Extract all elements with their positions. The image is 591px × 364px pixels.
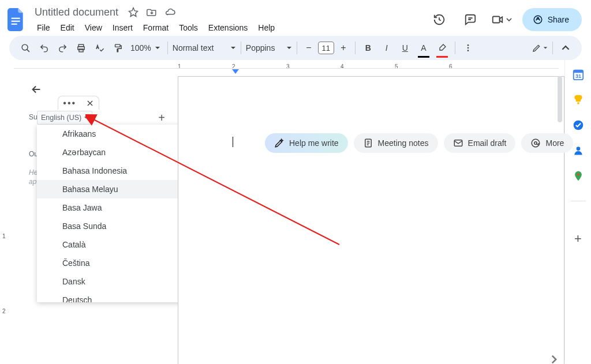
- chip-label: More: [545, 138, 564, 148]
- document-title[interactable]: Untitled document: [32, 6, 121, 18]
- cloud-status-icon[interactable]: [164, 6, 176, 18]
- font-dropdown[interactable]: Poppins: [246, 43, 292, 52]
- language-menu[interactable]: AfrikaansAzərbaycanBahasa IndonesiaBahas…: [37, 125, 199, 302]
- separator: [241, 42, 241, 54]
- chip-label: Help me write: [289, 138, 339, 148]
- svg-rect-2: [12, 24, 17, 25]
- add-outline-button[interactable]: +: [155, 111, 169, 125]
- chevron-down-icon: [155, 45, 160, 51]
- share-label: Share: [548, 15, 569, 24]
- indent-marker-icon[interactable]: [232, 69, 239, 75]
- close-icon[interactable]: [86, 99, 94, 107]
- maps-icon[interactable]: [572, 170, 585, 182]
- language-option[interactable]: Afrikaans: [37, 125, 199, 143]
- separator: [552, 42, 553, 54]
- horizontal-ruler[interactable]: 1 2 3 4 5 6: [14, 63, 559, 74]
- star-icon[interactable]: [128, 6, 139, 18]
- menu-tools[interactable]: Tools: [174, 21, 203, 35]
- svg-rect-10: [115, 44, 120, 47]
- separator: [455, 42, 455, 54]
- more-icon[interactable]: •••: [63, 98, 76, 108]
- separator: [167, 42, 168, 54]
- email-icon: [453, 138, 463, 148]
- highlight-color-button[interactable]: [434, 40, 450, 56]
- vruler-tick: 2: [2, 308, 6, 314]
- more-tools-button[interactable]: [460, 40, 476, 56]
- title-bar: Untitled document File Edit View Insert …: [0, 0, 591, 36]
- panel-drag-handle[interactable]: •••: [58, 96, 99, 110]
- tasks-icon[interactable]: [572, 119, 585, 132]
- move-icon[interactable]: [146, 6, 158, 18]
- toolbar-container: 100% Normal text Poppins − 11 + B I U A: [0, 36, 591, 60]
- language-option[interactable]: Bahasa Indonesia: [37, 162, 199, 180]
- chevron-down-icon: [543, 46, 548, 50]
- chip-email-draft[interactable]: Email draft: [444, 133, 516, 153]
- bottom-bar: [0, 355, 563, 364]
- language-option[interactable]: Deutsch: [37, 291, 199, 302]
- redo-icon[interactable]: [54, 40, 70, 56]
- get-addons-button[interactable]: +: [574, 231, 582, 246]
- separator: [355, 42, 356, 54]
- menu-extensions[interactable]: Extensions: [204, 21, 252, 35]
- editing-mode-button[interactable]: [532, 40, 548, 56]
- document-page[interactable]: Help me write Meeting notes Email draft …: [178, 76, 564, 364]
- font-size-decrease-button[interactable]: −: [302, 41, 316, 55]
- language-option[interactable]: Čeština: [37, 254, 199, 272]
- side-panel: 31 +: [564, 60, 591, 361]
- language-option[interactable]: Dansk: [37, 272, 199, 291]
- keep-icon[interactable]: [572, 93, 585, 106]
- scrollbar-thumb[interactable]: [558, 76, 562, 122]
- language-option[interactable]: Basa Jawa: [37, 198, 199, 217]
- svg-point-12: [467, 47, 469, 49]
- undo-icon[interactable]: [36, 40, 52, 56]
- language-option[interactable]: Bahasa Melayu: [37, 180, 199, 198]
- chevron-right-icon[interactable]: [549, 355, 559, 364]
- italic-button[interactable]: I: [379, 40, 395, 56]
- language-option[interactable]: Azərbaycan: [37, 143, 199, 162]
- language-option[interactable]: Basa Sunda: [37, 217, 199, 235]
- docs-logo-icon[interactable]: [6, 7, 27, 32]
- menu-view[interactable]: View: [80, 21, 107, 35]
- zoom-dropdown[interactable]: 100%: [128, 43, 163, 52]
- menu-help[interactable]: Help: [253, 21, 279, 35]
- search-icon[interactable]: [17, 40, 33, 56]
- pen-sparkle-icon: [274, 138, 285, 148]
- bold-button[interactable]: B: [360, 40, 376, 56]
- sidebar-hint-2: ap: [29, 178, 36, 186]
- menu-edit[interactable]: Edit: [56, 21, 79, 35]
- font-size-input[interactable]: 11: [318, 42, 334, 54]
- rail-separator: [571, 201, 586, 201]
- back-arrow-icon[interactable]: [30, 83, 43, 96]
- comments-icon[interactable]: [460, 9, 481, 30]
- menu-insert[interactable]: Insert: [108, 21, 137, 35]
- svg-rect-1: [12, 21, 20, 22]
- hruler-tick: 6: [449, 63, 452, 70]
- paragraph-style-dropdown[interactable]: Normal text: [173, 43, 236, 52]
- menu-file[interactable]: File: [32, 21, 55, 35]
- font-size-group: − 11 +: [302, 41, 350, 55]
- svg-point-25: [577, 173, 579, 175]
- spellcheck-icon[interactable]: [91, 40, 107, 56]
- doc-icon: [363, 138, 373, 148]
- history-icon[interactable]: [429, 9, 450, 30]
- collapse-toolbar-button[interactable]: [558, 40, 574, 56]
- paint-format-icon[interactable]: [110, 40, 126, 56]
- chip-label: Email draft: [468, 138, 507, 148]
- text-color-button[interactable]: A: [416, 40, 432, 56]
- contacts-icon[interactable]: [572, 144, 585, 157]
- vertical-ruler: 1 2: [0, 60, 10, 361]
- chip-more[interactable]: More: [521, 133, 573, 153]
- language-option[interactable]: Català: [37, 235, 199, 254]
- print-icon[interactable]: [73, 40, 89, 56]
- language-dropdown[interactable]: English (US): [37, 111, 92, 125]
- menu-format[interactable]: Format: [139, 21, 173, 35]
- share-button[interactable]: Share: [522, 8, 582, 31]
- title-column: Untitled document File Edit View Insert …: [32, 5, 429, 35]
- chip-meeting-notes[interactable]: Meeting notes: [354, 133, 438, 153]
- chevron-down-icon: [84, 115, 88, 120]
- meet-icon[interactable]: [491, 9, 512, 30]
- underline-button[interactable]: U: [397, 40, 413, 56]
- calendar-icon[interactable]: 31: [572, 68, 585, 81]
- chip-help-me-write[interactable]: Help me write: [265, 133, 348, 153]
- font-size-increase-button[interactable]: +: [336, 41, 350, 55]
